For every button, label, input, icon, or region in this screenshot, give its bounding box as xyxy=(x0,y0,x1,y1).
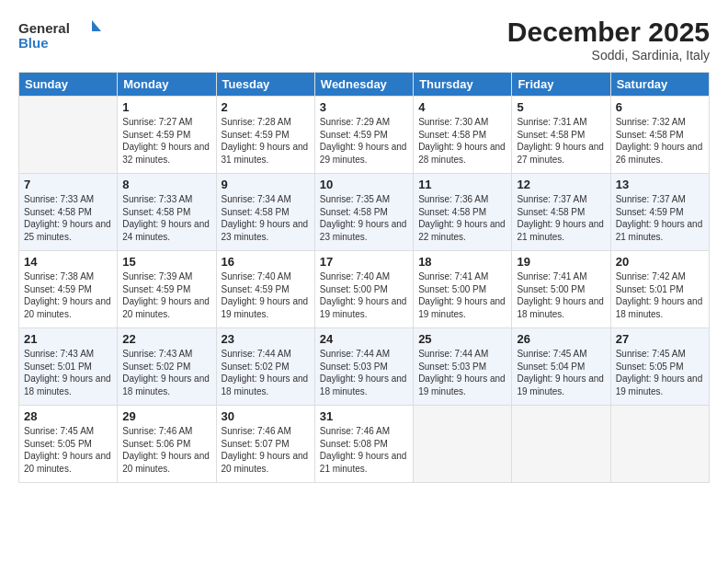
calendar-cell: 19Sunrise: 7:41 AMSunset: 5:00 PMDayligh… xyxy=(512,251,610,328)
calendar-cell: 4Sunrise: 7:30 AMSunset: 4:58 PMDaylight… xyxy=(414,97,512,174)
calendar-header-thursday: Thursday xyxy=(414,73,512,97)
day-number: 18 xyxy=(418,255,506,269)
cell-info: Sunrise: 7:27 AMSunset: 4:59 PMDaylight:… xyxy=(122,116,210,166)
day-number: 13 xyxy=(616,178,704,191)
calendar-cell: 22Sunrise: 7:43 AMSunset: 5:02 PMDayligh… xyxy=(118,328,216,406)
calendar-cell: 27Sunrise: 7:45 AMSunset: 5:05 PMDayligh… xyxy=(610,328,709,406)
day-number: 15 xyxy=(122,255,210,269)
day-number: 20 xyxy=(616,255,704,269)
day-number: 28 xyxy=(24,409,112,423)
day-number: 8 xyxy=(122,178,210,191)
cell-info: Sunrise: 7:35 AMSunset: 4:58 PMDaylight:… xyxy=(320,193,408,243)
day-number: 31 xyxy=(320,409,408,423)
calendar-header-wednesday: Wednesday xyxy=(314,73,413,97)
calendar-cell: 10Sunrise: 7:35 AMSunset: 4:58 PMDayligh… xyxy=(314,174,413,251)
cell-info: Sunrise: 7:36 AMSunset: 4:58 PMDaylight:… xyxy=(418,193,506,243)
day-number: 27 xyxy=(616,332,704,346)
calendar-cell: 11Sunrise: 7:36 AMSunset: 4:58 PMDayligh… xyxy=(414,174,512,251)
calendar-cell: 14Sunrise: 7:38 AMSunset: 4:59 PMDayligh… xyxy=(19,251,118,328)
cell-info: Sunrise: 7:44 AMSunset: 5:02 PMDaylight:… xyxy=(222,348,310,397)
title-block: December 2025 Soddi, Sardinia, Italy xyxy=(507,17,710,63)
calendar-cell: 29Sunrise: 7:46 AMSunset: 5:06 PMDayligh… xyxy=(118,406,216,483)
svg-text:General: General xyxy=(18,20,70,36)
day-number: 22 xyxy=(122,332,210,346)
calendar-cell: 5Sunrise: 7:31 AMSunset: 4:58 PMDaylight… xyxy=(512,97,610,174)
day-number: 7 xyxy=(24,178,112,191)
calendar-header-friday: Friday xyxy=(512,73,610,97)
cell-info: Sunrise: 7:29 AMSunset: 4:59 PMDaylight:… xyxy=(320,116,408,166)
cell-info: Sunrise: 7:46 AMSunset: 5:06 PMDaylight:… xyxy=(122,425,210,475)
cell-info: Sunrise: 7:33 AMSunset: 4:58 PMDaylight:… xyxy=(24,193,112,243)
calendar-header-row: SundayMondayTuesdayWednesdayThursdayFrid… xyxy=(19,73,710,97)
calendar-cell: 3Sunrise: 7:29 AMSunset: 4:59 PMDaylight… xyxy=(314,97,413,174)
calendar-cell xyxy=(414,406,512,483)
cell-info: Sunrise: 7:37 AMSunset: 4:59 PMDaylight:… xyxy=(616,193,704,243)
cell-info: Sunrise: 7:45 AMSunset: 5:05 PMDaylight:… xyxy=(616,348,704,397)
calendar-cell: 15Sunrise: 7:39 AMSunset: 4:59 PMDayligh… xyxy=(118,251,216,328)
calendar-cell: 9Sunrise: 7:34 AMSunset: 4:58 PMDaylight… xyxy=(216,174,314,251)
header: General Blue December 2025 Soddi, Sardin… xyxy=(18,17,710,63)
day-number: 21 xyxy=(24,332,112,346)
calendar-cell: 1Sunrise: 7:27 AMSunset: 4:59 PMDaylight… xyxy=(118,97,216,174)
calendar-header-tuesday: Tuesday xyxy=(216,73,314,97)
location: Soddi, Sardinia, Italy xyxy=(507,48,710,63)
day-number: 9 xyxy=(222,178,310,191)
calendar-cell: 17Sunrise: 7:40 AMSunset: 5:00 PMDayligh… xyxy=(314,251,413,328)
logo: General Blue xyxy=(18,17,106,59)
calendar-cell: 12Sunrise: 7:37 AMSunset: 4:58 PMDayligh… xyxy=(512,174,610,251)
day-number: 11 xyxy=(418,178,506,191)
calendar-week-row: 1Sunrise: 7:27 AMSunset: 4:59 PMDaylight… xyxy=(19,97,710,174)
svg-text:Blue: Blue xyxy=(18,35,49,51)
day-number: 2 xyxy=(222,100,310,114)
calendar-cell: 24Sunrise: 7:44 AMSunset: 5:03 PMDayligh… xyxy=(314,328,413,406)
cell-info: Sunrise: 7:44 AMSunset: 5:03 PMDaylight:… xyxy=(418,348,506,397)
calendar-cell: 13Sunrise: 7:37 AMSunset: 4:59 PMDayligh… xyxy=(610,174,709,251)
cell-info: Sunrise: 7:37 AMSunset: 4:58 PMDaylight:… xyxy=(517,193,605,243)
calendar-cell: 30Sunrise: 7:46 AMSunset: 5:07 PMDayligh… xyxy=(216,406,314,483)
cell-info: Sunrise: 7:31 AMSunset: 4:58 PMDaylight:… xyxy=(517,116,605,166)
day-number: 23 xyxy=(222,332,310,346)
day-number: 1 xyxy=(122,100,210,114)
month-title: December 2025 xyxy=(507,17,710,48)
calendar-header-sunday: Sunday xyxy=(19,73,118,97)
day-number: 5 xyxy=(517,100,605,114)
calendar-cell: 23Sunrise: 7:44 AMSunset: 5:02 PMDayligh… xyxy=(216,328,314,406)
cell-info: Sunrise: 7:41 AMSunset: 5:00 PMDaylight:… xyxy=(517,270,605,320)
calendar-week-row: 28Sunrise: 7:45 AMSunset: 5:05 PMDayligh… xyxy=(19,406,710,483)
day-number: 26 xyxy=(517,332,605,346)
day-number: 6 xyxy=(616,100,704,114)
day-number: 12 xyxy=(517,178,605,191)
cell-info: Sunrise: 7:44 AMSunset: 5:03 PMDaylight:… xyxy=(320,348,408,397)
calendar-cell: 18Sunrise: 7:41 AMSunset: 5:00 PMDayligh… xyxy=(414,251,512,328)
calendar-cell: 6Sunrise: 7:32 AMSunset: 4:58 PMDaylight… xyxy=(610,97,709,174)
cell-info: Sunrise: 7:43 AMSunset: 5:02 PMDaylight:… xyxy=(122,348,210,397)
cell-info: Sunrise: 7:39 AMSunset: 4:59 PMDaylight:… xyxy=(122,270,210,320)
calendar-week-row: 7Sunrise: 7:33 AMSunset: 4:58 PMDaylight… xyxy=(19,174,710,251)
calendar-cell: 26Sunrise: 7:45 AMSunset: 5:04 PMDayligh… xyxy=(512,328,610,406)
cell-info: Sunrise: 7:34 AMSunset: 4:58 PMDaylight:… xyxy=(222,193,310,243)
cell-info: Sunrise: 7:41 AMSunset: 5:00 PMDaylight:… xyxy=(418,270,506,320)
calendar-cell xyxy=(610,406,709,483)
day-number: 10 xyxy=(320,178,408,191)
cell-info: Sunrise: 7:30 AMSunset: 4:58 PMDaylight:… xyxy=(418,116,506,166)
day-number: 17 xyxy=(320,255,408,269)
day-number: 4 xyxy=(418,100,506,114)
calendar-cell: 28Sunrise: 7:45 AMSunset: 5:05 PMDayligh… xyxy=(19,406,118,483)
cell-info: Sunrise: 7:33 AMSunset: 4:58 PMDaylight:… xyxy=(122,193,210,243)
cell-info: Sunrise: 7:40 AMSunset: 5:00 PMDaylight:… xyxy=(320,270,408,320)
cell-info: Sunrise: 7:40 AMSunset: 4:59 PMDaylight:… xyxy=(222,270,310,320)
calendar-header-saturday: Saturday xyxy=(610,73,709,97)
day-number: 16 xyxy=(222,255,310,269)
calendar-cell xyxy=(19,97,118,174)
calendar-cell: 7Sunrise: 7:33 AMSunset: 4:58 PMDaylight… xyxy=(19,174,118,251)
calendar: SundayMondayTuesdayWednesdayThursdayFrid… xyxy=(18,72,710,483)
calendar-cell: 31Sunrise: 7:46 AMSunset: 5:08 PMDayligh… xyxy=(314,406,413,483)
cell-info: Sunrise: 7:38 AMSunset: 4:59 PMDaylight:… xyxy=(24,270,112,320)
cell-info: Sunrise: 7:46 AMSunset: 5:08 PMDaylight:… xyxy=(320,425,408,475)
day-number: 29 xyxy=(122,409,210,423)
calendar-cell xyxy=(512,406,610,483)
calendar-cell: 16Sunrise: 7:40 AMSunset: 4:59 PMDayligh… xyxy=(216,251,314,328)
cell-info: Sunrise: 7:45 AMSunset: 5:05 PMDaylight:… xyxy=(24,425,112,475)
day-number: 3 xyxy=(320,100,408,114)
calendar-cell: 2Sunrise: 7:28 AMSunset: 4:59 PMDaylight… xyxy=(216,97,314,174)
